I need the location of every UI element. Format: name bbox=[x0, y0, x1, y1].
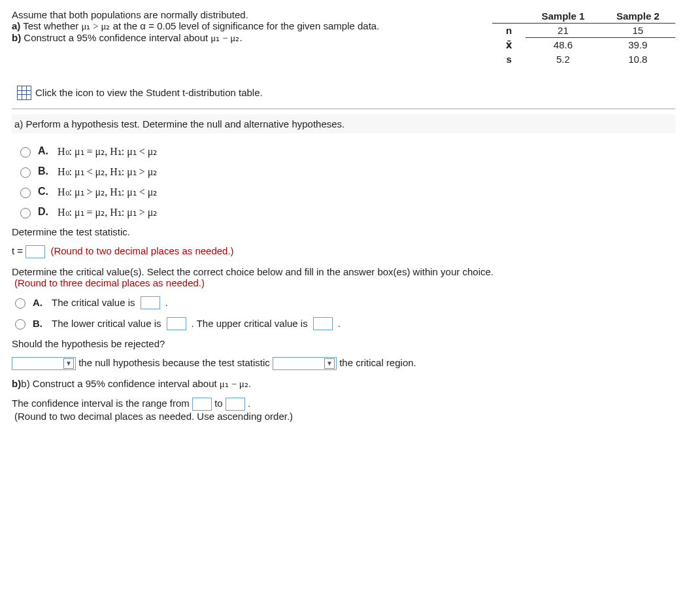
choice-d[interactable]: D. H₀: μ₁ = μ₂, H₁: μ₁ > μ₂ bbox=[17, 206, 675, 218]
ci-line: The confidence interval is the range fro… bbox=[12, 398, 675, 422]
choice-b[interactable]: B. H₀: μ₁ < μ₂, H₁: μ₁ > μ₂ bbox=[17, 165, 675, 178]
divider bbox=[12, 109, 675, 109]
chevron-down-icon: ▼ bbox=[63, 358, 74, 369]
problem-line3: b) Construct a 95% confidence interval a… bbox=[12, 32, 466, 44]
col-sample1: Sample 1 bbox=[526, 9, 600, 24]
problem-line1: Assume that both populations are normall… bbox=[12, 9, 466, 20]
crit-choice-a[interactable]: A. The critical value is . bbox=[12, 296, 675, 309]
should-reject: Should the hypothesis be rejected? bbox=[12, 338, 675, 349]
radio-b[interactable] bbox=[20, 167, 31, 178]
choice-a[interactable]: A. H₀: μ₁ = μ₂, H₁: μ₁ < μ₂ bbox=[17, 145, 675, 158]
crit-choice-b[interactable]: B. The lower critical value is . The upp… bbox=[12, 317, 675, 330]
table-icon bbox=[17, 86, 31, 100]
col-sample2: Sample 2 bbox=[601, 9, 675, 24]
part-b-prompt: b) b) Construct a 95% confidence interva… bbox=[12, 378, 675, 390]
part-a-prompt: a) Perform a hypothesis test. Determine … bbox=[12, 114, 675, 133]
reject-line: ▼ the null hypothesis because the test s… bbox=[12, 357, 675, 370]
radio-c[interactable] bbox=[20, 188, 31, 198]
radio-crit-b[interactable] bbox=[15, 319, 25, 330]
radio-d[interactable] bbox=[20, 208, 31, 218]
reject-dropdown-2[interactable]: ▼ bbox=[273, 357, 337, 370]
hypothesis-choices: A. H₀: μ₁ = μ₂, H₁: μ₁ < μ₂ B. H₀: μ₁ < … bbox=[17, 145, 675, 218]
reject-dropdown-1[interactable]: ▼ bbox=[12, 357, 76, 370]
crit-b-upper[interactable] bbox=[313, 317, 333, 330]
problem-statement: Assume that both populations are normall… bbox=[12, 9, 466, 44]
ci-from[interactable] bbox=[192, 398, 212, 411]
crit-b-lower[interactable] bbox=[167, 317, 186, 330]
determine-crit: Determine the critical value(s). Select … bbox=[12, 266, 675, 288]
ci-to[interactable] bbox=[226, 398, 245, 411]
choice-c[interactable]: C. H₀: μ₁ > μ₂, H₁: μ₁ < μ₂ bbox=[17, 186, 675, 198]
radio-a[interactable] bbox=[20, 147, 31, 158]
t-input-line: t = (Round to two decimal places as need… bbox=[12, 245, 675, 258]
determine-test-stat: Determine the test statistic. bbox=[12, 226, 675, 237]
radio-crit-a[interactable] bbox=[15, 298, 25, 309]
t-table-link[interactable]: Click the icon to view the Student t-dis… bbox=[17, 86, 263, 100]
sample-data-table: Sample 1 Sample 2 n 21 15 x̄ 48.6 39.9 s… bbox=[492, 9, 675, 66]
table-row: s 5.2 10.8 bbox=[492, 52, 675, 66]
table-row: x̄ 48.6 39.9 bbox=[492, 38, 675, 52]
table-row: n 21 15 bbox=[492, 24, 675, 38]
crit-a-input[interactable] bbox=[141, 296, 160, 309]
chevron-down-icon: ▼ bbox=[324, 358, 335, 369]
t-input[interactable] bbox=[25, 245, 45, 258]
problem-line2: a) Test whether μ₁ > μ₂ at the α = 0.05 … bbox=[12, 20, 466, 32]
